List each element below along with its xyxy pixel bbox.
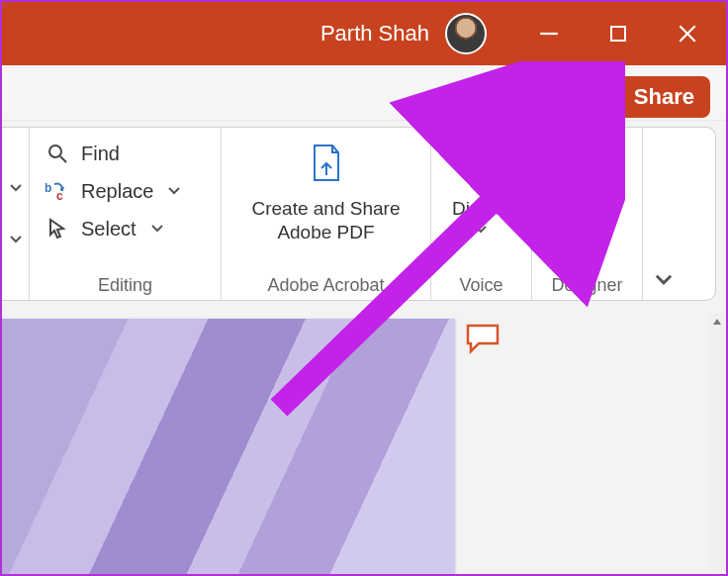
pdf-share-icon <box>305 138 348 191</box>
designer-group: Design Ideas Designer <box>532 128 643 300</box>
comments-button[interactable] <box>527 77 579 117</box>
acrobat-label-1: Create and Share <box>252 197 401 221</box>
find-button[interactable]: Find <box>40 138 211 169</box>
chevron-down-icon[interactable] <box>4 233 27 246</box>
dictate-label: Dictate <box>452 197 510 221</box>
maximize-button[interactable] <box>584 2 653 65</box>
search-icon <box>44 140 71 167</box>
signed-in-user[interactable]: Parth Shah <box>320 13 487 54</box>
design-label-2: Ideas <box>558 221 616 244</box>
chevron-down-icon <box>654 270 674 290</box>
chevron-down-icon[interactable] <box>4 181 27 195</box>
minimize-button[interactable] <box>514 2 584 65</box>
chevron-down-icon <box>167 184 181 198</box>
acrobat-label-2: Adobe PDF <box>252 221 401 244</box>
group-label: Designer <box>542 275 632 296</box>
chevron-down-icon <box>150 222 164 236</box>
replace-button[interactable]: b c Replace <box>40 175 211 207</box>
slide-background <box>2 319 455 576</box>
create-share-pdf-button[interactable]: Create and Share Adobe PDF <box>231 134 420 244</box>
replace-icon: b c <box>44 177 71 205</box>
ribbon: Find b c Replace Select <box>2 127 716 301</box>
acrobat-group: Create and Share Adobe PDF Adobe Acrobat <box>222 128 431 300</box>
share-icon <box>604 86 626 108</box>
slide[interactable] <box>2 319 455 576</box>
vertical-scrollbar[interactable] <box>708 313 726 572</box>
cursor-icon <box>44 215 71 242</box>
comment-marker[interactable] <box>465 323 500 354</box>
replace-label: Replace <box>81 180 153 203</box>
username-label: Parth Shah <box>320 21 429 47</box>
group-label: Adobe Acrobat <box>231 275 420 296</box>
slide-canvas[interactable] <box>2 305 708 572</box>
voice-group: Dictate Voice <box>431 128 532 300</box>
group-label: Voice <box>441 275 521 296</box>
design-ideas-button[interactable]: Design Ideas <box>542 134 632 244</box>
quick-actions-row: Share <box>2 65 726 121</box>
select-button[interactable]: Select <box>40 213 211 244</box>
scroll-up-button[interactable] <box>708 313 726 331</box>
dictate-button[interactable]: Dictate <box>441 134 521 237</box>
svg-line-5 <box>60 156 66 162</box>
chevron-down-icon <box>452 223 510 237</box>
svg-point-4 <box>49 145 61 157</box>
comment-icon <box>540 85 566 109</box>
close-button[interactable] <box>653 2 722 65</box>
design-ideas-icon <box>563 138 612 191</box>
partial-group <box>2 128 30 300</box>
find-label: Find <box>81 143 120 165</box>
window-controls <box>514 2 722 65</box>
svg-text:b: b <box>45 181 51 195</box>
collapse-ribbon-button[interactable] <box>643 128 684 300</box>
share-button[interactable]: Share <box>589 76 710 118</box>
microphone-icon <box>463 138 500 191</box>
group-label: Editing <box>40 275 211 296</box>
select-label: Select <box>81 218 136 240</box>
design-label-1: Design <box>558 197 616 221</box>
svg-rect-8 <box>475 142 489 167</box>
avatar <box>445 13 487 54</box>
title-bar: Parth Shah <box>2 2 726 65</box>
share-label: Share <box>634 84 694 110</box>
svg-rect-1 <box>611 27 625 41</box>
editing-group: Find b c Replace Select <box>30 128 222 300</box>
